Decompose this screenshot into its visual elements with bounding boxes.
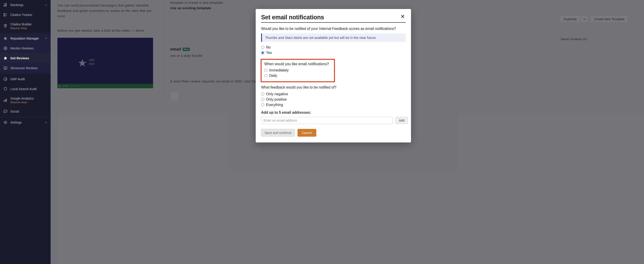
question-when: When would you like email notifications?	[264, 62, 331, 66]
sidebar-label: Get Reviews	[10, 56, 29, 60]
sidebar: Rankings Citation Tracker Citation Build…	[0, 0, 51, 264]
sidebar-label: Rankings	[10, 3, 24, 7]
google-icon	[3, 77, 8, 81]
sidebar-label: Citation Builder	[10, 22, 32, 26]
svg-point-8	[4, 47, 7, 50]
sidebar-item-settings[interactable]: Settings	[0, 118, 51, 128]
sidebar-item-monitor-reviews[interactable]: Monitor Reviews	[0, 43, 51, 53]
close-icon[interactable]	[400, 14, 406, 19]
modal-actions: Save and continue Cancel	[261, 129, 406, 136]
email-notifications-modal: Set email notifications Would you like t…	[256, 9, 411, 142]
email-input-row: Add	[261, 117, 406, 124]
sidebar-label: Settings	[10, 121, 22, 125]
chat-icon	[3, 109, 8, 114]
divider	[0, 117, 51, 117]
radio-daily-label: Daily	[269, 74, 277, 78]
sidebar-label: Citation Tracker	[10, 13, 32, 17]
radio-no[interactable]: No	[261, 45, 406, 49]
chart-icon	[3, 98, 8, 103]
app-root: Rankings Citation Tracker Citation Build…	[0, 0, 644, 264]
svg-rect-2	[6, 3, 6, 6]
list-icon	[3, 12, 8, 17]
sidebar-item-google-analytics[interactable]: Google Analytics Requires setup	[0, 94, 51, 107]
sidebar-label: GBP Audit	[10, 77, 25, 81]
info-banner: Thumbs and Stars Alerts are not availabl…	[261, 33, 406, 42]
question-what: What feedback would you like to be notif…	[261, 85, 406, 89]
sidebar-item-citation-tracker[interactable]: Citation Tracker	[0, 10, 51, 20]
sidebar-label: Social	[10, 110, 19, 114]
svg-point-7	[5, 25, 6, 26]
radio-daily-input[interactable]	[264, 74, 268, 77]
sidebar-item-citation-builder[interactable]: Citation Builder Requires setup	[0, 20, 51, 32]
highlight-when-section: When would you like email notifications?…	[261, 59, 335, 82]
sidebar-group-reputation: Reputation Manager Monitor Reviews Get R…	[0, 33, 51, 73]
bars-icon	[3, 3, 8, 7]
save-button[interactable]: Save and continue	[261, 129, 295, 136]
radio-only-negative-input[interactable]	[261, 93, 264, 96]
sidebar-item-rankings[interactable]: Rankings	[0, 0, 51, 10]
radio-yes[interactable]: Yes	[261, 51, 406, 55]
gear-icon	[3, 120, 8, 125]
radio-only-positive[interactable]: Only positive	[261, 98, 406, 102]
pin-icon	[3, 24, 8, 28]
sidebar-label: Google Analytics	[10, 97, 34, 100]
radio-yes-input[interactable]	[261, 51, 264, 54]
main-content: You can send personalized campaigns that…	[51, 0, 644, 264]
sidebar-item-gbp-audit[interactable]: GBP Audit	[0, 74, 51, 84]
radio-no-input[interactable]	[261, 46, 264, 49]
question-notify: Would you like to be notified of your In…	[261, 27, 406, 31]
radio-immediately[interactable]: Immediately	[264, 68, 331, 72]
radio-immediately-input[interactable]	[264, 69, 268, 72]
sidebar-label: Local Search Audit	[10, 87, 37, 91]
divider	[0, 33, 51, 33]
radio-only-positive-input[interactable]	[261, 98, 264, 101]
radio-everything-input[interactable]	[261, 103, 264, 107]
radio-immediately-label: Immediately	[269, 68, 288, 72]
radio-everything[interactable]: Everything	[261, 103, 406, 107]
chevron-down-icon	[45, 121, 48, 124]
sidebar-item-showcase-reviews[interactable]: Showcase Reviews	[0, 63, 51, 73]
radio-everything-label: Everything	[266, 103, 283, 107]
svg-rect-12	[4, 100, 4, 102]
target-icon	[3, 46, 8, 51]
svg-rect-1	[5, 4, 6, 6]
svg-rect-15	[4, 110, 7, 112]
modal-title: Set email notifications	[261, 14, 324, 21]
monitor-star-icon	[3, 66, 8, 70]
svg-rect-5	[4, 15, 5, 16]
modal-title-row: Set email notifications	[261, 14, 406, 23]
svg-rect-0	[4, 5, 4, 6]
radio-yes-label: Yes	[266, 51, 272, 55]
shield-icon	[3, 87, 8, 91]
sidebar-item-get-reviews[interactable]: Get Reviews	[0, 53, 51, 63]
email-input[interactable]	[261, 117, 393, 124]
svg-point-9	[5, 48, 6, 49]
sidebar-label: Monitor Reviews	[10, 46, 34, 50]
sidebar-label: Reputation Manager	[10, 37, 39, 40]
radio-only-negative-label: Only negative	[266, 92, 288, 96]
sidebar-item-reputation-manager[interactable]: Reputation Manager	[0, 33, 51, 43]
divider	[0, 73, 51, 74]
cancel-button[interactable]: Cancel	[298, 129, 316, 136]
svg-point-16	[5, 122, 6, 123]
sidebar-sublabel: Requires setup	[10, 27, 32, 30]
svg-rect-14	[6, 99, 7, 102]
svg-rect-13	[5, 99, 6, 102]
sidebar-sublabel: Requires setup	[10, 101, 34, 104]
svg-rect-3	[4, 13, 5, 14]
radio-no-label: No	[266, 45, 270, 49]
chevron-up-icon	[45, 37, 48, 40]
radio-only-negative[interactable]: Only negative	[261, 92, 406, 96]
sidebar-item-local-search-audit[interactable]: Local Search Audit	[0, 84, 51, 94]
chevron-down-icon	[45, 3, 48, 6]
sidebar-item-social[interactable]: Social	[0, 107, 51, 116]
question-emails: Add up to 5 email addresses:	[261, 111, 406, 115]
sidebar-label: Showcase Reviews	[10, 66, 38, 70]
star-plus-icon	[3, 56, 8, 60]
add-email-button[interactable]: Add	[396, 117, 408, 124]
radio-only-positive-label: Only positive	[266, 98, 287, 102]
radio-daily[interactable]: Daily	[264, 74, 331, 78]
star-icon	[3, 36, 8, 41]
